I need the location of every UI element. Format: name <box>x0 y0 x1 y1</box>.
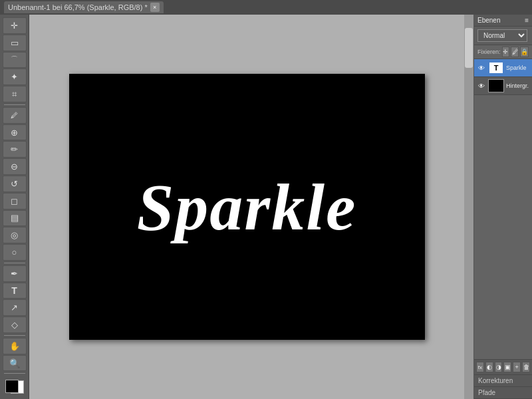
sparkle-text: Sparkle <box>137 169 357 245</box>
history-brush-tool[interactable]: ↺ <box>3 176 27 192</box>
bottom-panels: Korrekturen Pfade <box>474 374 532 399</box>
paths-panel-tab[interactable]: Pfade <box>474 387 532 399</box>
layers-actions-bar: fx ◐ ◑ ▣ + 🗑 <box>474 359 532 374</box>
tool-separator-3 <box>4 335 25 336</box>
vertical-scrollbar[interactable] <box>464 15 473 399</box>
shape-tool[interactable]: ◇ <box>3 317 27 333</box>
document-tab[interactable]: Unbenannt-1 bei 66,7% (Sparkle, RGB/8) *… <box>4 1 164 13</box>
layer-thumb-text: T <box>488 61 504 74</box>
scrollbar-thumb[interactable] <box>465 28 473 68</box>
zoom-tool[interactable]: 🔍 <box>3 355 27 372</box>
layer-visibility-bg[interactable]: 👁 <box>477 81 486 90</box>
healing-tool[interactable]: ⊕ <box>3 124 27 141</box>
layer-mask-btn[interactable]: ◐ <box>485 362 493 372</box>
move-tool[interactable]: ✛ <box>3 17 27 34</box>
layer-fx-btn[interactable]: fx <box>476 362 484 372</box>
foreground-color[interactable] <box>5 380 19 393</box>
layer-adj-btn[interactable]: ◑ <box>495 362 503 372</box>
fixieren-label: Fixieren: <box>477 49 501 55</box>
tool-separator-2 <box>4 263 25 263</box>
pen-tool[interactable]: ✒ <box>3 265 27 282</box>
layer-label-text: Sparkle <box>506 65 527 71</box>
eraser-tool[interactable]: ◻ <box>3 193 27 209</box>
tab-close-button[interactable]: × <box>150 3 160 12</box>
panel-menu-icon[interactable]: ≡ <box>525 17 529 24</box>
layer-del-btn[interactable]: 🗑 <box>522 362 530 372</box>
blur-tool[interactable]: ◎ <box>3 227 27 243</box>
tool-separator-4 <box>4 373 25 374</box>
fix-pos-btn[interactable]: ✛ <box>502 47 510 57</box>
hand-tool[interactable]: ✋ <box>3 338 27 354</box>
layer-item-bg[interactable]: 👁 Hintergr. <box>474 77 532 95</box>
title-bar: Unbenannt-1 bei 66,7% (Sparkle, RGB/8) *… <box>0 0 532 15</box>
dodge-tool[interactable]: ○ <box>3 244 27 261</box>
layer-group-btn[interactable]: ▣ <box>503 362 511 372</box>
crop-tool[interactable]: ⌗ <box>3 86 27 102</box>
lasso-tool[interactable]: ⌒ <box>3 52 27 68</box>
doc-tab-label: Unbenannt-1 bei 66,7% (Sparkle, RGB/8) * <box>8 3 148 11</box>
left-toolbar: ✛ ▭ ⌒ ✦ ⌗ 🖉 ⊕ ✏ ⊖ ↺ ◻ ▤ ◎ ○ ✒ T ↗ ◇ ✋ 🔍 <box>0 15 29 399</box>
quick-select-tool[interactable]: ✦ <box>3 68 27 85</box>
layers-blend-row: Normal <box>474 27 532 45</box>
main-layout: ✛ ▭ ⌒ ✦ ⌗ 🖉 ⊕ ✏ ⊖ ↺ ◻ ▤ ◎ ○ ✒ T ↗ ◇ ✋ 🔍 … <box>0 15 532 399</box>
layers-panel-title: Ebenen <box>477 17 500 24</box>
path-select-tool[interactable]: ↗ <box>3 299 27 316</box>
fix-row: Fixieren: ✛ 🖉 🔒 <box>474 45 532 59</box>
brush-tool[interactable]: ✏ <box>3 141 27 158</box>
layer-label-bg: Hintergr. <box>506 82 529 89</box>
fix-all-btn[interactable]: 🔒 <box>520 47 529 57</box>
clone-tool[interactable]: ⊖ <box>3 158 27 175</box>
type-tool[interactable]: T <box>3 283 27 299</box>
fix-paint-btn[interactable]: 🖉 <box>511 47 519 57</box>
layers-panel: Ebenen ≡ Normal Fixieren: ✛ 🖉 🔒 👁 T Spa <box>474 15 532 374</box>
color-swatch[interactable] <box>3 377 27 396</box>
layer-thumb-bg <box>488 79 504 92</box>
marquee-tool[interactable]: ▭ <box>3 35 27 51</box>
eyedropper-tool[interactable]: 🖉 <box>3 107 27 124</box>
layer-item-text[interactable]: 👁 T Sparkle <box>474 59 532 77</box>
right-panel: Ebenen ≡ Normal Fixieren: ✛ 🖉 🔒 👁 T Spa <box>473 15 532 399</box>
layers-spacer <box>474 95 532 359</box>
layer-visibility-text[interactable]: 👁 <box>477 63 486 72</box>
canvas-area: Sparkle <box>29 15 473 399</box>
corrections-panel-tab[interactable]: Korrekturen <box>474 375 532 387</box>
blend-mode-select[interactable]: Normal <box>477 29 527 42</box>
photoshop-canvas: Sparkle <box>69 74 425 340</box>
canvas-wrapper: Sparkle <box>29 15 464 399</box>
layers-panel-header: Ebenen ≡ <box>474 15 532 27</box>
tool-separator-1 <box>4 104 25 105</box>
gradient-tool[interactable]: ▤ <box>3 210 27 227</box>
layer-new-btn[interactable]: + <box>513 362 521 372</box>
